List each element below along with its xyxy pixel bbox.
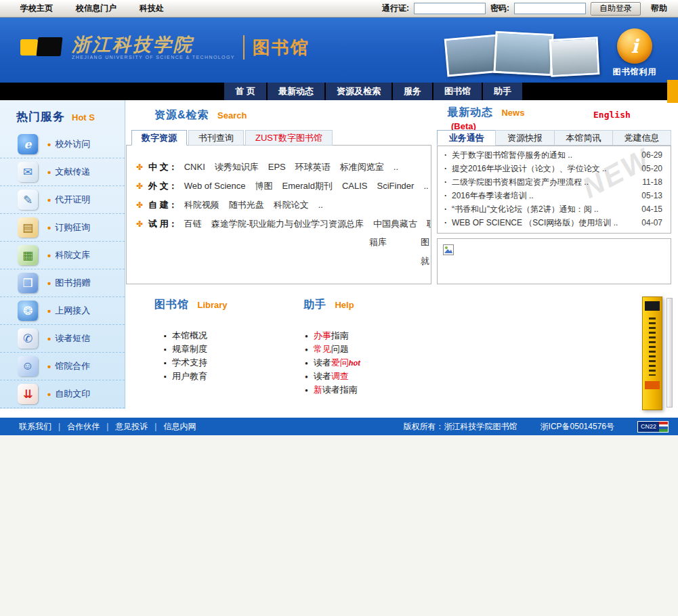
resource-link[interactable]: 科院视频 bbox=[184, 200, 219, 210]
resource-link[interactable]: .. bbox=[318, 200, 323, 210]
campus-photos bbox=[446, 32, 601, 81]
footer-link[interactable]: 合作伙伴 bbox=[67, 421, 100, 433]
english-link[interactable]: English bbox=[593, 110, 631, 120]
resource-link[interactable]: Emerald期刊 bbox=[282, 181, 333, 191]
sidebar-item[interactable]: e•校外访问 bbox=[0, 131, 125, 158]
library-link[interactable]: ▪规章制度 bbox=[164, 343, 207, 356]
help-link-part: 读者指南 bbox=[322, 384, 358, 396]
help-link[interactable]: ●读者调查 bbox=[305, 370, 360, 383]
resource-link[interactable]: 标准阅览室 bbox=[340, 162, 384, 172]
sidebar-item[interactable]: ✎•代开证明 bbox=[0, 186, 125, 214]
resource-link[interactable]: EPS bbox=[268, 162, 286, 172]
help-link-part: 爱问 bbox=[331, 357, 349, 369]
resource-link[interactable]: 随书光盘 bbox=[229, 200, 264, 210]
topbar-link[interactable]: 学校主页 bbox=[20, 3, 53, 14]
resource-link[interactable]: 联 bbox=[427, 219, 431, 229]
resource-link[interactable]: 科院论文 bbox=[274, 200, 309, 210]
resource-link-fragment[interactable]: 就 bbox=[421, 255, 429, 267]
help-link[interactable]: ●新读者指南 bbox=[305, 383, 360, 397]
tab[interactable]: 本馆简讯 bbox=[554, 130, 612, 146]
resource-link[interactable]: 环球英语 bbox=[295, 162, 331, 172]
leaf-icon: ✤ bbox=[136, 162, 143, 172]
sidebar-item[interactable]: ▤•订购征询 bbox=[0, 214, 125, 242]
help-link[interactable]: ●办事指南 bbox=[305, 329, 360, 343]
resource-link[interactable]: 读秀知识库 bbox=[215, 162, 259, 172]
cn22-badge[interactable]: CN22 bbox=[637, 421, 669, 433]
spine-red-band bbox=[645, 381, 660, 389]
separator: | bbox=[106, 422, 108, 431]
sidebar-item-label: 文献传递 bbox=[55, 166, 90, 178]
sidebar-item[interactable]: ▦•科院文库 bbox=[0, 242, 125, 269]
library-usage-badge[interactable]: i 图书馆利用 bbox=[611, 28, 658, 78]
nav-item[interactable]: 首 页 bbox=[224, 83, 266, 100]
sidebar-item[interactable]: ❂•上网接入 bbox=[0, 297, 125, 325]
nav-item[interactable]: 服务 bbox=[392, 83, 432, 100]
library-link[interactable]: ▪学术支持 bbox=[164, 356, 207, 370]
library-title-en: Library bbox=[197, 300, 227, 310]
resource-link[interactable]: 博图 bbox=[255, 181, 273, 191]
nav-item[interactable]: 最新动态 bbox=[267, 83, 324, 100]
footer-right: 版权所有：浙江科技学院图书馆 浙ICP备05014576号 CN22 bbox=[404, 421, 678, 433]
news-item-date: 11-18 bbox=[642, 177, 662, 187]
resource-link[interactable]: .. bbox=[423, 181, 428, 191]
news-item[interactable]: ·“书香和山”文化论坛（第2讲）通知：阅 ..04-15 bbox=[438, 202, 671, 216]
sms-icon: ✆ bbox=[18, 328, 38, 349]
sidebar-item[interactable]: ✆•读者短信 bbox=[0, 325, 125, 353]
resource-link-fragment[interactable]: 籍库 bbox=[369, 236, 387, 248]
resource-link[interactable]: 中国典藏古 bbox=[373, 219, 417, 229]
resource-link[interactable]: 森途学院-职业能力与创业学习资源总库 bbox=[211, 219, 364, 229]
tab[interactable]: 资源快报 bbox=[495, 130, 553, 146]
tab[interactable]: ZUST数字图书馆 bbox=[245, 130, 333, 146]
search-section-title: 资源&检索 Search bbox=[154, 108, 247, 123]
resource-link[interactable]: .. bbox=[394, 162, 398, 172]
sidebar-item[interactable]: ❒•图书捐赠 bbox=[0, 269, 125, 297]
sidebar-item[interactable]: ⇊•自助文印 bbox=[0, 380, 125, 408]
footer-link[interactable]: 意见投诉 bbox=[115, 421, 148, 433]
bullet-icon: ● bbox=[305, 333, 308, 339]
library-link[interactable]: ▪用户教育 bbox=[164, 370, 207, 383]
sidebar-item[interactable]: ☺•馆院合作 bbox=[0, 353, 125, 380]
resource-link[interactable]: 百链 bbox=[184, 219, 202, 229]
news-item[interactable]: ·关于数字图书馆暂停服务的通知 ..06-29 bbox=[438, 148, 671, 162]
passport-input[interactable] bbox=[414, 3, 486, 14]
news-item[interactable]: ·二级学院图书资料固定资产办理流程 ..11-18 bbox=[438, 175, 671, 189]
resource-link[interactable]: CALIS bbox=[342, 181, 368, 191]
topbar-link[interactable]: 科技处 bbox=[140, 3, 164, 14]
news-item[interactable]: ·WEB OF SCIENCE （SCI网络版）使用培训 ..04-07 bbox=[438, 216, 671, 229]
help-link[interactable]: ●常见问题 bbox=[305, 343, 360, 356]
tab[interactable]: 书刊查询 bbox=[188, 130, 244, 146]
footer-link[interactable]: 联系我们 bbox=[19, 421, 51, 433]
resource-category-label: 外 文： bbox=[148, 181, 177, 191]
password-input[interactable] bbox=[514, 3, 586, 14]
help-link[interactable]: 帮助 bbox=[651, 3, 667, 14]
bullet-icon: · bbox=[444, 218, 447, 227]
news-item[interactable]: ·2016年春季读者培训 ..05-13 bbox=[438, 189, 671, 202]
info-icon: i bbox=[617, 28, 652, 64]
bullet-icon: • bbox=[47, 333, 51, 345]
bullet-icon: · bbox=[444, 164, 447, 173]
news-title: 最新动态 bbox=[447, 106, 493, 118]
nav-item[interactable]: 助手 bbox=[482, 83, 522, 100]
resource-link-fragment[interactable]: 图 bbox=[421, 236, 429, 248]
footer-link[interactable]: 信息内网 bbox=[163, 421, 196, 433]
resource-link[interactable]: SciFinder bbox=[377, 181, 415, 191]
nav-item[interactable]: 图书馆 bbox=[433, 83, 482, 100]
nav-item[interactable]: 资源及检索 bbox=[325, 83, 391, 100]
university-name-en: ZHEJIANG UNIVERSITY OF SCIENCE & TECHNOL… bbox=[72, 55, 235, 60]
resource-link[interactable]: Web of Science bbox=[184, 181, 246, 191]
library-link[interactable]: ▪本馆概况 bbox=[164, 329, 207, 343]
news-item[interactable]: ·提交2016年毕业设计（论文）、学位论文 ..05-20 bbox=[438, 162, 671, 175]
resource-row: ✤中 文：CNKI读秀知识库EPS环球英语标准阅览室.. bbox=[127, 158, 431, 177]
login-button[interactable]: 自助登录 bbox=[591, 2, 641, 16]
sidebar-item[interactable]: ✉•文献传递 bbox=[0, 158, 125, 186]
image-placeholder-icon bbox=[443, 244, 454, 255]
resource-link[interactable]: CNKI bbox=[184, 162, 205, 172]
help-link[interactable]: ●读者爱问 hot bbox=[305, 356, 360, 370]
tab[interactable]: 党建信息 bbox=[612, 130, 671, 146]
tab[interactable]: 业务通告 bbox=[437, 130, 495, 146]
topbar-link[interactable]: 校信息门户 bbox=[76, 3, 116, 14]
book-edge-decoration bbox=[666, 298, 673, 408]
tab[interactable]: 数字资源 bbox=[131, 130, 187, 146]
news-item-title: 关于数字图书馆暂停服务的通知 .. bbox=[452, 150, 636, 161]
footer: 联系我们|合作伙伴|意见投诉|信息内网 版权所有：浙江科技学院图书馆 浙ICP备… bbox=[0, 418, 678, 435]
